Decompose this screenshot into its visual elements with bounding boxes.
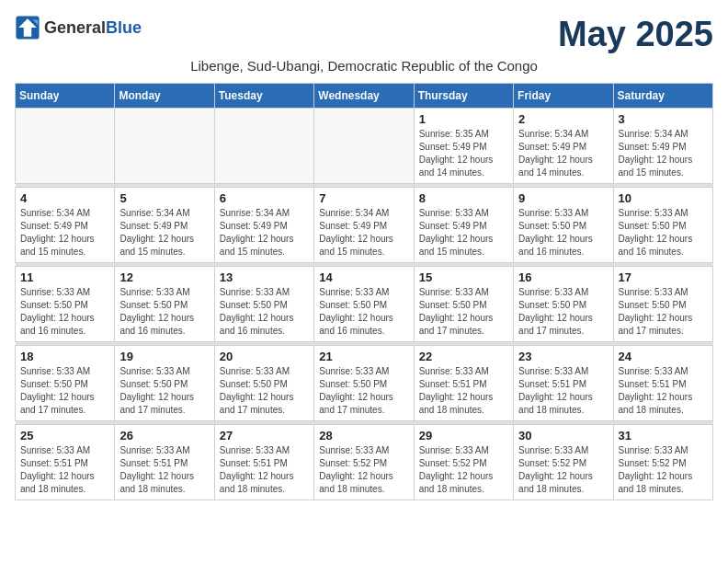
calendar-cell xyxy=(115,109,214,184)
day-number: 31 xyxy=(619,429,708,442)
day-info: Sunrise: 5:33 AM Sunset: 5:50 PM Dayligh… xyxy=(20,365,109,417)
day-info: Sunrise: 5:33 AM Sunset: 5:49 PM Dayligh… xyxy=(419,207,508,259)
calendar-cell: 17Sunrise: 5:33 AM Sunset: 5:50 PM Dayli… xyxy=(613,267,712,342)
day-number: 13 xyxy=(220,270,309,284)
calendar-cell xyxy=(314,109,414,184)
day-number: 4 xyxy=(20,191,109,205)
calendar-cell: 25Sunrise: 5:33 AM Sunset: 5:51 PM Dayli… xyxy=(16,425,115,500)
calendar-cell: 2Sunrise: 5:34 AM Sunset: 5:49 PM Daylig… xyxy=(514,109,613,184)
calendar-cell: 18Sunrise: 5:33 AM Sunset: 5:50 PM Dayli… xyxy=(16,346,115,421)
day-number: 22 xyxy=(419,350,508,363)
calendar-cell: 28Sunrise: 5:33 AM Sunset: 5:52 PM Dayli… xyxy=(314,425,414,500)
day-number: 19 xyxy=(119,350,209,363)
day-number: 10 xyxy=(619,191,708,205)
day-info: Sunrise: 5:34 AM Sunset: 5:49 PM Dayligh… xyxy=(119,207,209,259)
calendar-cell: 10Sunrise: 5:33 AM Sunset: 5:50 PM Dayli… xyxy=(613,188,712,263)
calendar-cell: 12Sunrise: 5:33 AM Sunset: 5:50 PM Dayli… xyxy=(115,267,214,342)
calendar-cell: 11Sunrise: 5:33 AM Sunset: 5:50 PM Dayli… xyxy=(16,267,115,342)
weekday-header-saturday: Saturday xyxy=(613,84,712,109)
day-number: 20 xyxy=(220,350,309,363)
calendar-cell: 9Sunrise: 5:33 AM Sunset: 5:50 PM Daylig… xyxy=(514,188,613,263)
day-info: Sunrise: 5:33 AM Sunset: 5:50 PM Dayligh… xyxy=(619,286,708,338)
logo-blue-text: Blue xyxy=(106,18,142,37)
day-info: Sunrise: 5:33 AM Sunset: 5:50 PM Dayligh… xyxy=(220,365,309,417)
calendar-cell: 20Sunrise: 5:33 AM Sunset: 5:50 PM Dayli… xyxy=(214,346,313,421)
day-info: Sunrise: 5:33 AM Sunset: 5:50 PM Dayligh… xyxy=(319,365,408,417)
day-info: Sunrise: 5:33 AM Sunset: 5:50 PM Dayligh… xyxy=(119,286,209,338)
day-number: 24 xyxy=(619,350,708,363)
calendar-cell: 6Sunrise: 5:34 AM Sunset: 5:49 PM Daylig… xyxy=(214,188,313,263)
day-number: 7 xyxy=(319,191,408,205)
day-info: Sunrise: 5:33 AM Sunset: 5:51 PM Dayligh… xyxy=(419,365,508,417)
calendar-table: SundayMondayTuesdayWednesdayThursdayFrid… xyxy=(15,83,713,500)
day-number: 29 xyxy=(419,429,508,442)
day-number: 14 xyxy=(319,270,408,284)
day-number: 18 xyxy=(20,350,109,363)
day-info: Sunrise: 5:34 AM Sunset: 5:49 PM Dayligh… xyxy=(518,128,608,179)
day-info: Sunrise: 5:34 AM Sunset: 5:49 PM Dayligh… xyxy=(20,207,109,259)
calendar-cell: 1Sunrise: 5:35 AM Sunset: 5:49 PM Daylig… xyxy=(414,109,513,184)
day-number: 21 xyxy=(319,350,408,363)
weekday-header-tuesday: Tuesday xyxy=(214,84,313,109)
calendar-cell xyxy=(16,109,115,184)
calendar-cell: 22Sunrise: 5:33 AM Sunset: 5:51 PM Dayli… xyxy=(414,346,513,421)
day-info: Sunrise: 5:33 AM Sunset: 5:50 PM Dayligh… xyxy=(319,286,408,338)
calendar-cell: 21Sunrise: 5:33 AM Sunset: 5:50 PM Dayli… xyxy=(314,346,414,421)
calendar-cell: 31Sunrise: 5:33 AM Sunset: 5:52 PM Dayli… xyxy=(613,425,712,500)
day-number: 11 xyxy=(20,270,109,284)
day-number: 30 xyxy=(518,429,608,442)
day-number: 2 xyxy=(518,112,608,126)
calendar-cell: 8Sunrise: 5:33 AM Sunset: 5:49 PM Daylig… xyxy=(414,188,513,263)
day-number: 5 xyxy=(119,191,209,205)
day-info: Sunrise: 5:33 AM Sunset: 5:52 PM Dayligh… xyxy=(619,444,708,496)
day-number: 12 xyxy=(119,270,209,284)
calendar-cell: 5Sunrise: 5:34 AM Sunset: 5:49 PM Daylig… xyxy=(115,188,214,263)
calendar-cell: 16Sunrise: 5:33 AM Sunset: 5:50 PM Dayli… xyxy=(514,267,613,342)
calendar-cell: 7Sunrise: 5:34 AM Sunset: 5:49 PM Daylig… xyxy=(314,188,414,263)
calendar-cell: 13Sunrise: 5:33 AM Sunset: 5:50 PM Dayli… xyxy=(214,267,313,342)
day-info: Sunrise: 5:33 AM Sunset: 5:51 PM Dayligh… xyxy=(518,365,608,417)
day-info: Sunrise: 5:35 AM Sunset: 5:49 PM Dayligh… xyxy=(419,128,508,179)
weekday-header-sunday: Sunday xyxy=(16,84,115,109)
day-info: Sunrise: 5:33 AM Sunset: 5:50 PM Dayligh… xyxy=(20,286,109,338)
day-info: Sunrise: 5:34 AM Sunset: 5:49 PM Dayligh… xyxy=(619,128,708,179)
calendar-cell: 14Sunrise: 5:33 AM Sunset: 5:50 PM Dayli… xyxy=(314,267,414,342)
day-number: 9 xyxy=(518,191,608,205)
day-info: Sunrise: 5:33 AM Sunset: 5:51 PM Dayligh… xyxy=(220,444,309,496)
calendar-cell: 4Sunrise: 5:34 AM Sunset: 5:49 PM Daylig… xyxy=(16,188,115,263)
day-number: 27 xyxy=(220,429,309,442)
day-info: Sunrise: 5:33 AM Sunset: 5:51 PM Dayligh… xyxy=(119,444,209,496)
day-info: Sunrise: 5:33 AM Sunset: 5:52 PM Dayligh… xyxy=(518,444,608,496)
day-number: 28 xyxy=(319,429,408,442)
calendar-cell: 29Sunrise: 5:33 AM Sunset: 5:52 PM Dayli… xyxy=(414,425,513,500)
day-number: 16 xyxy=(518,270,608,284)
calendar-cell: 23Sunrise: 5:33 AM Sunset: 5:51 PM Dayli… xyxy=(514,346,613,421)
day-number: 25 xyxy=(20,429,109,442)
day-number: 1 xyxy=(419,112,508,126)
day-info: Sunrise: 5:34 AM Sunset: 5:49 PM Dayligh… xyxy=(319,207,408,259)
logo-general-text: General xyxy=(44,18,106,37)
day-number: 15 xyxy=(419,270,508,284)
day-info: Sunrise: 5:33 AM Sunset: 5:50 PM Dayligh… xyxy=(119,365,209,417)
day-number: 26 xyxy=(119,429,209,442)
weekday-header-thursday: Thursday xyxy=(414,84,513,109)
calendar-cell: 30Sunrise: 5:33 AM Sunset: 5:52 PM Dayli… xyxy=(514,425,613,500)
day-info: Sunrise: 5:33 AM Sunset: 5:50 PM Dayligh… xyxy=(419,286,508,338)
day-info: Sunrise: 5:33 AM Sunset: 5:52 PM Dayligh… xyxy=(319,444,408,496)
calendar-cell: 15Sunrise: 5:33 AM Sunset: 5:50 PM Dayli… xyxy=(414,267,513,342)
day-info: Sunrise: 5:33 AM Sunset: 5:50 PM Dayligh… xyxy=(220,286,309,338)
weekday-header-friday: Friday xyxy=(514,84,613,109)
calendar-cell: 24Sunrise: 5:33 AM Sunset: 5:51 PM Dayli… xyxy=(613,346,712,421)
day-number: 17 xyxy=(619,270,708,284)
day-info: Sunrise: 5:33 AM Sunset: 5:50 PM Dayligh… xyxy=(518,286,608,338)
day-number: 3 xyxy=(619,112,708,126)
day-info: Sunrise: 5:33 AM Sunset: 5:50 PM Dayligh… xyxy=(518,207,608,259)
day-info: Sunrise: 5:34 AM Sunset: 5:49 PM Dayligh… xyxy=(220,207,309,259)
location-title: Libenge, Sud-Ubangi, Democratic Republic… xyxy=(15,58,713,74)
day-info: Sunrise: 5:33 AM Sunset: 5:51 PM Dayligh… xyxy=(20,444,109,496)
logo: GeneralBlue xyxy=(15,15,142,40)
calendar-cell: 3Sunrise: 5:34 AM Sunset: 5:49 PM Daylig… xyxy=(613,109,712,184)
day-info: Sunrise: 5:33 AM Sunset: 5:50 PM Dayligh… xyxy=(619,207,708,259)
day-number: 6 xyxy=(220,191,309,205)
calendar-cell: 19Sunrise: 5:33 AM Sunset: 5:50 PM Dayli… xyxy=(115,346,214,421)
